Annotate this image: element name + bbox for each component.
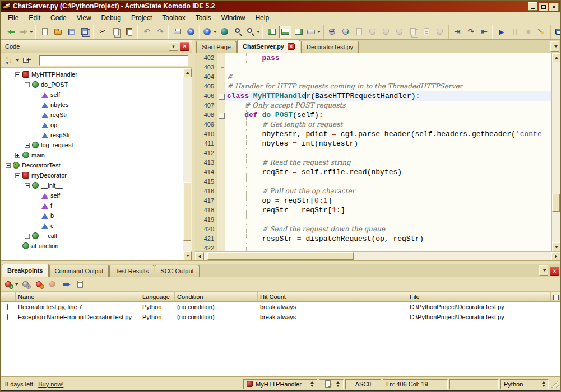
- stop-icon[interactable]: ■: [522, 26, 535, 38]
- tree-item-do_POST[interactable]: do_POST: [1, 80, 183, 90]
- step-in-icon[interactable]: ⇥: [451, 26, 463, 38]
- find-in-files-icon[interactable]: [245, 26, 261, 38]
- breakpoint-row[interactable]: Exception NameError in DecoratorTest.pyP…: [1, 312, 560, 322]
- tab-command-output[interactable]: Command Output: [49, 265, 109, 277]
- tree-item-nbytes[interactable]: nbytes: [1, 100, 183, 110]
- code-line-421[interactable]: respStr = dispatchRequest(op, reqStr): [227, 234, 551, 244]
- expand-icon[interactable]: [25, 143, 30, 148]
- scc-revert-icon[interactable]: [393, 26, 406, 38]
- collapse-icon[interactable]: [25, 82, 30, 87]
- open-file-icon[interactable]: [52, 26, 64, 38]
- tree-item-respStr[interactable]: respStr: [1, 130, 183, 140]
- scroll-right-button[interactable]: [551, 252, 560, 260]
- bp-delete-icon[interactable]: −: [34, 278, 46, 291]
- fold-margin[interactable]: [217, 53, 225, 251]
- tree-item-self[interactable]: self: [1, 90, 183, 100]
- bp-go-icon[interactable]: [61, 278, 73, 291]
- column-header-name[interactable]: Name: [16, 292, 140, 301]
- tree-item-f[interactable]: f: [1, 200, 183, 211]
- bp-disable-icon[interactable]: ●: [20, 278, 33, 291]
- code-line-404[interactable]: #: [227, 72, 551, 82]
- tab-close-icon[interactable]: ×: [288, 43, 295, 50]
- code-line-422[interactable]: [227, 244, 551, 251]
- dropdown-arrow-icon[interactable]: [15, 283, 18, 286]
- scc-diff-icon[interactable]: [407, 26, 419, 38]
- status-current-symbol[interactable]: MyHTTPHandler: [243, 379, 317, 389]
- expand-icon[interactable]: [25, 234, 30, 239]
- buy-now-link[interactable]: Buy now!: [38, 381, 63, 388]
- code-line-414[interactable]: reqStr = self.rfile.read(nbytes): [227, 167, 551, 177]
- bp-delete-all-icon[interactable]: [47, 278, 59, 291]
- menu-help[interactable]: Help: [250, 13, 274, 23]
- redo-icon[interactable]: ↷: [154, 26, 166, 38]
- save-all-icon[interactable]: [79, 26, 91, 38]
- tree-item-aFunction[interactable]: aFunction: [1, 241, 183, 251]
- close-button[interactable]: ×: [549, 3, 559, 11]
- web-browser-icon[interactable]: ?: [202, 26, 217, 38]
- toolbox-icon[interactable]: [553, 26, 561, 38]
- status-language[interactable]: Python: [500, 379, 549, 389]
- show-right-pane-icon[interactable]: [293, 26, 305, 38]
- scc-open-icon[interactable]: [367, 26, 379, 38]
- column-picker-icon[interactable]: [551, 292, 560, 301]
- scroll-left-button[interactable]: [195, 252, 204, 260]
- code-panel-menu-button[interactable]: ▾: [169, 42, 178, 51]
- paste-icon[interactable]: [123, 26, 136, 38]
- editor-vertical-scrollbar[interactable]: [551, 53, 560, 251]
- code-tree[interactable]: MyHTTPHandlerdo_POSTselfnbytesreqStropre…: [1, 68, 183, 260]
- bp-properties-icon[interactable]: [74, 278, 86, 291]
- undo-icon[interactable]: ↶: [141, 26, 153, 38]
- menu-window[interactable]: Window: [216, 13, 251, 23]
- output-panel-menu-button[interactable]: [539, 265, 548, 276]
- breakpoint-row[interactable]: DecoratorTest.py, line 7Python(no condit…: [1, 302, 560, 312]
- status-encoding[interactable]: ASCII: [345, 379, 381, 389]
- menu-toolbox[interactable]: Toolbox: [157, 13, 190, 23]
- new-file-icon[interactable]: [39, 26, 51, 38]
- column-header-language[interactable]: Language: [140, 292, 175, 301]
- help-icon[interactable]: ?: [185, 26, 197, 38]
- sort-symbols-icon[interactable]: ↓: [4, 54, 20, 67]
- code-line-403[interactable]: [227, 63, 551, 72]
- code-line-410[interactable]: nbytestr, pdict = cgi.parse_header(self.…: [227, 129, 551, 139]
- run-icon[interactable]: ▶: [495, 26, 508, 38]
- scc-delete-icon[interactable]: [380, 26, 392, 38]
- output-panel-close-button[interactable]: ×: [550, 267, 559, 276]
- scroll-down-button[interactable]: [552, 242, 560, 251]
- tab-decoratortest-py[interactable]: DecoratorTest.py: [301, 41, 359, 53]
- minimize-button[interactable]: [528, 2, 537, 11]
- tab-start-page[interactable]: Start Page: [196, 41, 237, 53]
- code-line-411[interactable]: nbytes = int(nbytestr): [227, 139, 551, 148]
- tab-breakpoints[interactable]: Breakpoints: [2, 264, 49, 277]
- editor-horizontal-scrollbar[interactable]: [195, 251, 560, 260]
- scc-add-icon[interactable]: [340, 26, 352, 38]
- menu-project[interactable]: Project: [126, 13, 157, 23]
- preview-icon[interactable]: [219, 26, 231, 38]
- print-icon[interactable]: [171, 26, 184, 38]
- tab-test-results[interactable]: Test Results: [109, 265, 154, 277]
- tree-item-__call__[interactable]: __call__: [1, 231, 183, 241]
- code-line-409[interactable]: # Get length of request: [227, 120, 551, 129]
- code-line-405[interactable]: # Handler for HTTP requests coming in to…: [227, 82, 551, 91]
- scroll-thumb[interactable]: [207, 252, 353, 260]
- code-line-416[interactable]: # Pull out the op character: [227, 186, 551, 196]
- symbol-filter-input[interactable]: [39, 55, 188, 66]
- fold-collapse-icon[interactable]: [217, 110, 225, 120]
- tree-item-reqStr[interactable]: reqStr: [1, 110, 183, 120]
- menu-tools[interactable]: Tools: [191, 13, 216, 23]
- dropdown-arrow-icon[interactable]: [317, 31, 321, 33]
- find-icon[interactable]: [232, 26, 244, 38]
- menu-file[interactable]: File: [3, 13, 24, 23]
- tree-item-MyHTTPHandler[interactable]: MyHTTPHandler: [1, 69, 183, 80]
- dropdown-arrow-icon[interactable]: [214, 31, 217, 33]
- collapse-icon[interactable]: [6, 163, 11, 168]
- save-icon[interactable]: [66, 26, 78, 38]
- pause-icon[interactable]: [509, 26, 521, 38]
- menu-code[interactable]: Code: [45, 13, 72, 23]
- back-icon[interactable]: [5, 26, 17, 38]
- show-left-pane-icon[interactable]: [266, 26, 278, 38]
- wand-icon[interactable]: [536, 26, 548, 38]
- scroll-thumb[interactable]: [183, 182, 191, 241]
- step-out-icon[interactable]: ⇤: [478, 26, 490, 38]
- menu-edit[interactable]: Edit: [24, 13, 45, 23]
- scroll-down-button[interactable]: [183, 251, 192, 260]
